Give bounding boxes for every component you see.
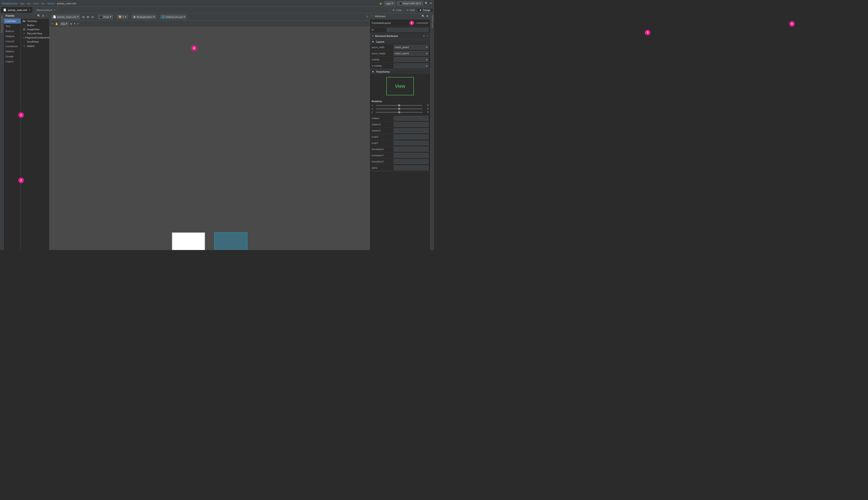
palette-item-fragmentcontainerview[interactable]: □ FragmentContainerView bbox=[21, 35, 49, 39]
breadcrumb-main[interactable]: main bbox=[33, 2, 39, 5]
app-dropdown-button[interactable]: app ▾ bbox=[384, 1, 395, 5]
palette-category-common[interactable]: Common bbox=[4, 19, 21, 24]
rotation-x-row: x 0 bbox=[372, 104, 429, 106]
palette-item-textview[interactable]: Ab TextView bbox=[21, 19, 49, 23]
toolbar-icon-1[interactable]: ⊞ bbox=[82, 15, 85, 19]
t-dropdown[interactable]: 🎨 T ▾ bbox=[117, 15, 128, 19]
breadcrumb-layout[interactable]: layout bbox=[47, 2, 54, 5]
search-icon[interactable]: 🔍 bbox=[425, 2, 428, 5]
attr-search-icon[interactable]: 🔍 bbox=[422, 15, 425, 18]
palette-category-helpers[interactable]: Helpers bbox=[4, 49, 21, 54]
file-dropdown[interactable]: 📄 activity_main.xml ▾ bbox=[51, 15, 80, 19]
tab-mainactivity-kt[interactable]: MainActivity.kt ✕ bbox=[33, 7, 58, 13]
scaleX-input[interactable] bbox=[394, 135, 429, 139]
tab-design[interactable]: ◈ Design bbox=[417, 9, 433, 11]
code-label: Code bbox=[396, 9, 402, 11]
rotationY-row: rotationY bbox=[370, 128, 430, 134]
palette-item-switch[interactable]: ⊙ Switch bbox=[21, 44, 49, 48]
constraint-tool[interactable]: ✦ bbox=[73, 22, 76, 25]
toolbar-icon-2[interactable]: ⊠ bbox=[87, 15, 89, 19]
tab-split[interactable]: ⊟ Split bbox=[404, 9, 417, 11]
translationX-input[interactable] bbox=[394, 147, 429, 151]
breadcrumb-app[interactable]: app bbox=[20, 2, 24, 5]
breadcrumb-res[interactable]: res bbox=[41, 2, 45, 5]
palette-category-buttons[interactable]: Buttons bbox=[4, 29, 21, 34]
palette-item-recyclerview[interactable]: ≡ RecyclerView bbox=[21, 31, 49, 35]
palette-search-icon[interactable]: 🔍 bbox=[37, 14, 41, 18]
translationZ-input[interactable] bbox=[394, 159, 429, 164]
palette-category-widgets[interactable]: Widgets bbox=[4, 34, 21, 39]
layout-width-dropdown[interactable]: match_parent ▾ bbox=[394, 45, 429, 49]
rotation-z-value: 0 bbox=[424, 111, 429, 113]
badge-4: 4 bbox=[191, 45, 197, 51]
declared-attr-remove[interactable]: − bbox=[427, 34, 429, 38]
palette-item-imageview[interactable]: 🖼 ImageView bbox=[21, 27, 49, 31]
badge-2: 2 bbox=[18, 178, 24, 183]
settings-icon[interactable]: ⚙ bbox=[430, 2, 432, 5]
palette-item-button[interactable]: □ Button bbox=[21, 23, 49, 27]
alpha-input[interactable] bbox=[394, 166, 429, 170]
align-tool[interactable]: ⊕ bbox=[70, 22, 72, 25]
build-variants-tab[interactable]: Build Variants bbox=[431, 14, 434, 29]
scaleX-label: scaleX bbox=[372, 136, 392, 138]
tab-kt-close[interactable]: ✕ bbox=[54, 9, 56, 11]
breadcrumb-myapplication[interactable]: MyApplication bbox=[2, 2, 18, 5]
select-tool[interactable]: ↖ bbox=[51, 22, 54, 25]
palette-categories: Common Text Buttons Widgets Layouts bbox=[4, 19, 21, 250]
palette-category-legacy[interactable]: Legacy bbox=[4, 59, 21, 64]
palette-item-scrollview[interactable]: ↕ ScrollView bbox=[21, 39, 49, 44]
palette-category-text[interactable]: Text bbox=[4, 24, 21, 29]
app-name-label: MyApplication bbox=[137, 15, 152, 18]
rotation-z-slider[interactable] bbox=[376, 112, 423, 113]
phone-frame-light[interactable]: Hello World! bbox=[172, 232, 205, 250]
scaleY-input[interactable] bbox=[394, 141, 429, 145]
attr-id-input[interactable] bbox=[387, 28, 429, 32]
switch-label: Switch bbox=[27, 45, 34, 47]
tab-xml-close[interactable]: ✕ bbox=[28, 9, 30, 11]
palette-settings-icon[interactable]: ⚙ bbox=[42, 14, 44, 18]
layout-width-arrow: ▾ bbox=[426, 46, 427, 48]
rotationY-input[interactable] bbox=[394, 128, 429, 133]
translationY-input[interactable] bbox=[394, 153, 429, 158]
device-dropdown-button[interactable]: 📱 Pixel 4 API 30 ▾ bbox=[397, 1, 423, 5]
sep4: › bbox=[39, 2, 40, 5]
breadcrumb-file[interactable]: activity_main.xml bbox=[57, 2, 76, 5]
phone-frame-blueprint[interactable]: TextView bbox=[214, 232, 248, 250]
palette-category-layouts[interactable]: Layouts bbox=[4, 39, 21, 44]
palette-minimize-icon[interactable]: − bbox=[46, 14, 47, 18]
layout-height-dropdown[interactable]: match_parent ▾ bbox=[394, 51, 429, 56]
locale-dropdown[interactable]: 🌐 Default (en-us) ▾ bbox=[160, 15, 186, 19]
pixel-dropdown[interactable]: 📱 Pixel ▾ bbox=[98, 15, 113, 19]
dp-dropdown[interactable]: 0dp ▾ bbox=[60, 22, 69, 26]
tab-code[interactable]: ⊞ Code bbox=[390, 9, 404, 11]
rotation-z-row: z 0 bbox=[372, 111, 429, 113]
app-name-dropdown[interactable]: ◉ MyApplication ▾ bbox=[132, 15, 156, 19]
run-button[interactable]: ▶ bbox=[380, 2, 382, 5]
tab-activity-main-xml[interactable]: 📄 activity_main.xml ✕ bbox=[1, 7, 33, 13]
recyclerview-icon: ≡ bbox=[22, 32, 26, 35]
guide-tool[interactable]: ⊢ bbox=[77, 22, 80, 25]
rotation-y-slider[interactable] bbox=[376, 109, 423, 109]
layout-section-header[interactable]: ▼ Layout bbox=[370, 39, 430, 44]
visibility-dropdown[interactable]: ▾ bbox=[394, 57, 429, 62]
rotation-x-slider[interactable] bbox=[376, 105, 423, 106]
alpha-label: alpha bbox=[372, 167, 392, 169]
breadcrumb-src[interactable]: src bbox=[27, 2, 31, 5]
layout-chevron: ▼ bbox=[372, 40, 374, 43]
toolbar-icon-3[interactable]: ⊛ bbox=[91, 15, 94, 19]
palette-category-containers[interactable]: Containers bbox=[4, 44, 21, 49]
attr-settings-icon[interactable]: ⚙ bbox=[426, 15, 429, 18]
attr-help-icon[interactable]: ? bbox=[372, 15, 373, 18]
resource-manager-tab[interactable]: Resource Manager bbox=[0, 13, 3, 35]
device-dropdown-arrow: ▾ bbox=[420, 2, 421, 5]
toolbar-help-icon[interactable]: ? bbox=[366, 15, 368, 19]
hand-tool[interactable]: ✋ bbox=[55, 22, 58, 25]
visibility2-dropdown[interactable]: ▾ bbox=[394, 64, 429, 68]
visibility2-row: ⊕visibility ▾ bbox=[370, 63, 430, 69]
palette-category-google[interactable]: Google bbox=[4, 54, 21, 59]
layout-width-value: match_parent bbox=[395, 46, 409, 48]
transforms-section-header[interactable]: ▼ Transforms bbox=[370, 69, 430, 74]
declared-attr-add[interactable]: + bbox=[423, 34, 425, 38]
rotationX-input[interactable] bbox=[394, 122, 429, 127]
rotation-field-input[interactable] bbox=[394, 116, 429, 121]
